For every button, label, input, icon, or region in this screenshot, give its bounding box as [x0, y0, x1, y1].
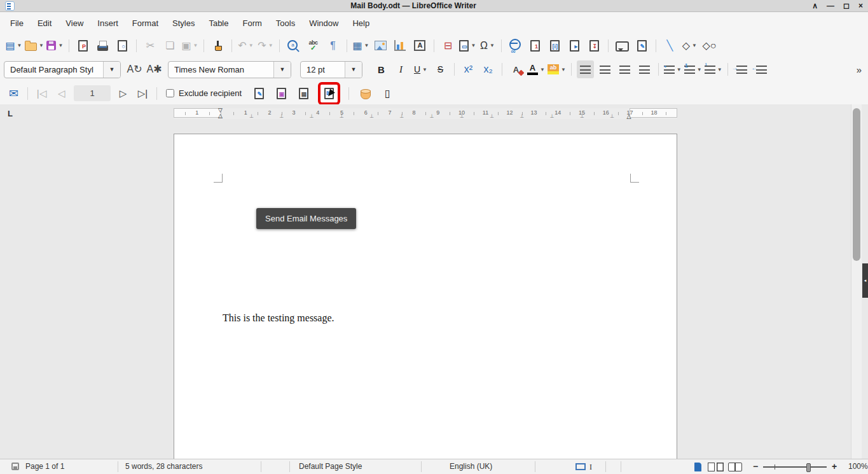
spelling-icon[interactable]: abc [305, 37, 322, 55]
dropdown-arrow-icon[interactable]: ▼ [540, 67, 545, 73]
highlight-color-icon[interactable]: ab▼ [548, 60, 566, 78]
document-outline-icon[interactable]: ▯ [379, 85, 396, 102]
exclude-recipient-label[interactable]: Exclude recipient [179, 88, 242, 98]
dropdown-arrow-icon[interactable]: ▼ [692, 43, 697, 48]
insert-page-break-icon[interactable]: ⊟ [439, 37, 457, 55]
align-center-icon[interactable] [596, 60, 614, 78]
menu-view[interactable]: View [59, 15, 90, 31]
document-text[interactable]: This is the testing message. [223, 312, 334, 324]
bold-icon[interactable]: B [373, 60, 390, 78]
book-view-icon[interactable] [728, 463, 742, 471]
outline-list-icon[interactable]: ▼ [705, 60, 722, 78]
insert-image-icon[interactable] [372, 37, 389, 55]
export-pdf-icon[interactable]: P [74, 37, 92, 55]
menu-styles[interactable]: Styles [166, 15, 201, 31]
last-record-icon[interactable]: ▷| [134, 85, 151, 102]
print-merged-documents-icon[interactable]: ▤ [295, 85, 312, 102]
vertical-scrollbar[interactable] [851, 104, 862, 459]
save-merged-documents-icon[interactable]: ▣ [273, 85, 290, 102]
insert-endnote-icon[interactable]: [i] [546, 37, 563, 55]
formatting-marks-icon[interactable]: ¶ [324, 37, 341, 55]
cross-reference-icon[interactable]: ↧ [586, 37, 603, 55]
maximize-button[interactable]: ◻ [843, 1, 850, 10]
chevron-down-icon[interactable]: ▼ [345, 62, 362, 78]
dropdown-arrow-icon[interactable]: ▼ [471, 43, 476, 48]
dropdown-arrow-icon[interactable]: ▼ [422, 67, 427, 73]
insert-chart-icon[interactable] [392, 37, 409, 55]
document-page[interactable]: This is the testing message. [174, 134, 677, 459]
superscript-icon[interactable]: x² [460, 60, 477, 78]
dropdown-arrow-icon[interactable]: ▼ [193, 43, 198, 48]
align-left-icon[interactable] [577, 60, 594, 78]
underline-icon[interactable]: U▼ [412, 60, 429, 78]
data-source-icon[interactable] [357, 85, 374, 102]
new-document-icon[interactable]: ▤▼ [5, 37, 22, 55]
justify-icon[interactable] [636, 60, 653, 78]
horizontal-ruler[interactable]: 1123456789101112131415161718⊥⊥⊥⊥⊥⊥⊥⊥⊥⊥⊥⊥… [174, 108, 677, 119]
menu-tools[interactable]: Tools [270, 15, 301, 31]
dropdown-arrow-icon[interactable]: ▼ [249, 43, 254, 48]
insert-bookmark-icon[interactable]: ▸ [566, 37, 583, 55]
scrollbar-thumb[interactable] [853, 108, 860, 261]
subscript-icon[interactable]: x₂ [479, 60, 497, 78]
dropdown-arrow-icon[interactable]: ▼ [17, 43, 22, 48]
menu-window[interactable]: Window [303, 15, 345, 31]
increase-indent-icon[interactable] [733, 60, 750, 78]
menu-help[interactable]: Help [346, 15, 376, 31]
save-icon[interactable]: ▼ [46, 37, 64, 55]
insert-comment-icon[interactable] [614, 37, 631, 55]
dropdown-arrow-icon[interactable]: ▼ [58, 43, 63, 48]
font-color-icon[interactable]: A▼ [527, 60, 545, 78]
font-size-combo[interactable]: 12 pt ▼ [300, 61, 362, 78]
basic-shapes-icon[interactable]: ◇▼ [681, 37, 698, 55]
close-button[interactable]: × [858, 1, 863, 10]
update-style-icon[interactable]: A↻ [126, 60, 143, 78]
dropdown-arrow-icon[interactable]: ▼ [697, 67, 702, 73]
italic-icon[interactable]: I [392, 60, 410, 78]
align-right-icon[interactable] [616, 60, 633, 78]
menu-edit[interactable]: Edit [31, 15, 58, 31]
dropdown-arrow-icon[interactable]: ▼ [717, 67, 722, 73]
tab-stop-selector[interactable]: L [8, 109, 13, 118]
text-language[interactable]: English (UK) [450, 462, 492, 471]
open-icon[interactable]: ▼ [25, 37, 44, 55]
right-indent-marker[interactable]: △ [627, 113, 631, 120]
bullet-list-icon[interactable]: ▼ [664, 60, 682, 78]
single-page-view-icon[interactable] [694, 463, 701, 471]
menu-file[interactable]: File [4, 15, 30, 31]
left-indent-marker[interactable]: ▽ △ [218, 108, 223, 119]
toolbar-overflow-icon[interactable]: » [857, 64, 864, 75]
exclude-recipient-checkbox[interactable] [166, 89, 174, 97]
chevron-down-icon[interactable]: ▼ [273, 62, 291, 78]
print-preview-icon[interactable]: ○ [114, 37, 131, 55]
send-email-messages-icon[interactable]: ✉ [320, 85, 338, 102]
dropdown-arrow-icon[interactable]: ▼ [490, 43, 495, 48]
save-status-icon[interactable] [11, 463, 19, 470]
strikethrough-icon[interactable]: S [432, 60, 449, 78]
insert-table-icon[interactable]: ▦▼ [352, 37, 369, 55]
edit-individual-documents-icon[interactable]: ✎ [251, 85, 268, 102]
decrease-indent-icon[interactable] [753, 60, 770, 78]
hyperlink-icon[interactable] [507, 37, 524, 55]
insert-textbox-icon[interactable]: A [411, 37, 429, 55]
dropdown-arrow-icon[interactable]: ▼ [677, 67, 682, 73]
selection-mode-icon[interactable] [575, 463, 586, 470]
find-replace-icon[interactable]: a [285, 37, 302, 55]
zoom-in-button[interactable]: + [832, 461, 837, 471]
draw-functions-icon[interactable]: ◇○ [701, 37, 718, 55]
insert-field-icon[interactable]: ▭▼ [459, 37, 476, 55]
zoom-slider-thumb[interactable] [806, 463, 811, 472]
page-count[interactable]: Page 1 of 1 [25, 462, 64, 471]
menu-table[interactable]: Table [202, 15, 235, 31]
zoom-slider[interactable] [763, 466, 827, 468]
sidebar-toggle-handle[interactable]: ◂ [862, 263, 868, 298]
multi-page-view-icon[interactable] [708, 463, 715, 471]
print-icon[interactable] [94, 37, 111, 55]
track-changes-icon[interactable]: ✎ [633, 37, 651, 55]
chevron-down-icon[interactable]: ▼ [103, 62, 120, 78]
clone-formatting-icon[interactable] [209, 37, 226, 55]
page-style[interactable]: Default Page Style [299, 462, 362, 471]
dropdown-arrow-icon[interactable]: ▼ [39, 43, 44, 48]
special-character-icon[interactable]: Ω▼ [479, 37, 496, 55]
dropdown-arrow-icon[interactable]: ▼ [364, 43, 369, 48]
